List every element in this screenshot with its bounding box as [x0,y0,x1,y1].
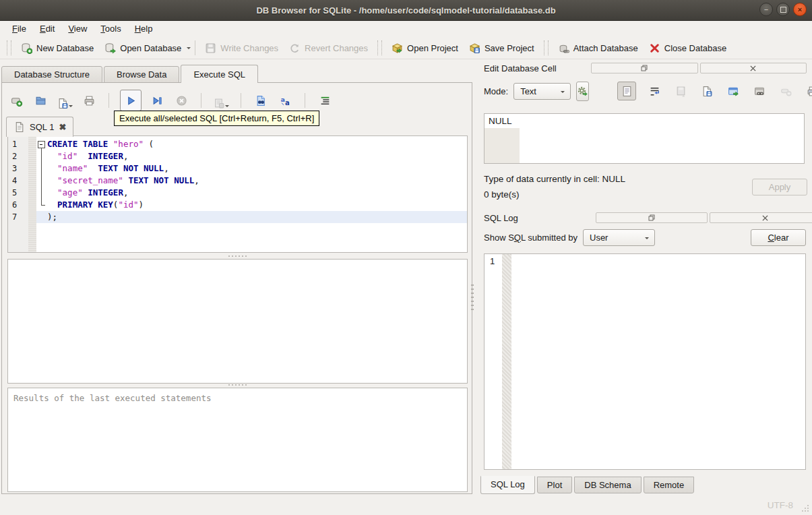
vertical-splitter[interactable] [471,283,474,310]
close-button[interactable]: × [793,3,807,16]
log-filter-label: Show SQL submitted by [484,233,577,243]
results-placeholder: Results of the last executed statements [8,388,467,408]
splitter-handle[interactable] [7,253,468,258]
titlebar[interactable]: DB Browser for SQLite - /home/user/code/… [0,0,812,21]
statusbar: UTF-8 [0,495,812,515]
open-tab-button[interactable] [7,92,25,109]
save-as-button[interactable] [699,83,715,99]
save-sql-dropdown[interactable] [69,105,73,109]
revert-changes-icon [289,42,301,54]
sql-editor-toolbar: aa [7,88,334,113]
sql-log-controls: Show SQL submitted by User Clear [484,229,806,246]
export-data-button[interactable] [725,83,741,99]
right-dock: Edit Database Cell Mode: Text [475,61,812,495]
sql-document-tab[interactable]: SQL 1 ✖ [6,117,73,137]
open-external-button[interactable] [751,83,768,99]
code-line[interactable]: 4 "secret_name" TEXT NOT NULL, [8,175,467,187]
apply-button[interactable]: Apply [752,179,807,195]
edit-cell-dock-header: Edit Database Cell [475,61,812,75]
toggle-indent-button[interactable] [316,92,334,109]
auto-switch-mode-button[interactable] [576,82,589,101]
tab-execute-sql[interactable]: Execute SQL [181,65,258,83]
auto-format-button[interactable]: aa [276,92,294,109]
print-cell-button[interactable] [804,83,812,99]
execute-current-line-button[interactable] [148,92,166,109]
save-project-button[interactable]: Save Project [464,40,540,57]
code-line[interactable]: 2 "id" INTEGER, [8,150,467,162]
code-line[interactable]: 5 "age" INTEGER, [8,187,467,199]
save-project-icon [469,42,480,54]
stop-icon [176,95,187,107]
import-file-button[interactable] [673,83,689,99]
menubar: File Edit View Tools Help [0,20,812,37]
float-dock-button[interactable] [596,212,707,223]
set-null-button[interactable] [778,83,794,99]
code-line[interactable]: 3 "name" TEXT NOT NULL, [8,162,467,175]
open-database-dropdown[interactable] [187,47,191,51]
code-line[interactable]: 1CREATE TABLE "hero" ( [8,138,467,150]
stop-button[interactable] [173,92,190,109]
toolbar-drag-handle[interactable] [544,40,549,55]
save-results-dropdown[interactable] [225,105,229,109]
toolbar-separator [305,93,305,108]
menu-tools[interactable]: Tools [94,22,127,36]
tab-database-structure[interactable]: Database Structure [1,66,102,83]
minimize-button[interactable]: − [759,3,773,16]
code-line[interactable]: 6 PRIMARY KEY("id") [8,199,467,211]
mode-select[interactable]: Text [513,83,571,100]
print-button[interactable] [80,92,98,109]
find-replace-icon [255,95,267,107]
new-database-icon [21,42,32,54]
text-mode-button[interactable] [617,82,636,100]
results-grid-pane[interactable] [7,259,468,384]
menu-view[interactable]: View [61,22,94,36]
open-sql-file-button[interactable] [32,92,49,109]
attach-database-icon [558,42,569,54]
edit-cell-toolbar: Mode: Text [484,81,812,101]
sql-document-icon [13,121,25,133]
word-wrap-button[interactable] [646,83,662,99]
menu-help[interactable]: Help [128,22,160,36]
execute-tooltip: Execute all/selected SQL [Ctrl+Return, F… [114,111,319,126]
sql-code-editor[interactable]: 1CREATE TABLE "hero" (2 "id" INTEGER,3 "… [7,135,468,253]
save-results-button[interactable] [212,92,230,109]
toolbar-drag-handle[interactable] [377,40,382,55]
open-database-button[interactable]: Open Database [99,40,187,57]
save-sql-file-button[interactable] [56,92,73,109]
splitter-handle[interactable] [7,382,468,387]
open-project-button[interactable]: Open Project [386,40,464,57]
open-project-icon [392,42,403,54]
menu-edit[interactable]: Edit [33,22,61,36]
revert-changes-button[interactable]: Revert Changes [284,40,373,57]
close-database-icon [649,42,660,54]
log-filter-select[interactable]: User [583,229,655,246]
main-toolbar: New Database Open Database Write Changes… [0,37,812,59]
save-sql-file-icon [57,98,69,109]
close-sql-tab-icon[interactable]: ✖ [59,122,66,132]
menu-file[interactable]: File [5,22,33,36]
resize-grip[interactable] [801,504,809,512]
maximize-button[interactable] [776,3,790,16]
clear-log-button[interactable]: Clear [751,229,806,246]
tab-db-schema[interactable]: DB Schema [574,477,641,493]
tab-sql-log[interactable]: SQL Log [480,476,535,494]
toolbar-drag-handle[interactable] [7,40,11,55]
float-dock-button[interactable] [591,63,697,73]
tab-browse-data[interactable]: Browse Data [104,66,179,83]
sql-log-view[interactable]: 1 [484,253,806,470]
attach-database-button[interactable]: Attach Database [553,40,644,57]
cell-editor[interactable]: NULL [484,113,805,164]
write-changes-button[interactable]: Write Changes [199,40,284,57]
new-database-button[interactable]: New Database [15,40,99,57]
close-database-button[interactable]: Close Database [644,40,732,57]
results-message-pane[interactable]: Results of the last executed statements [7,388,468,492]
tab-remote[interactable]: Remote [644,477,695,493]
tab-plot[interactable]: Plot [537,477,572,493]
find-replace-button[interactable] [252,92,270,109]
log-line-gutter [485,254,502,469]
execute-all-button[interactable] [120,90,142,111]
code-line[interactable]: 7); [8,211,467,223]
set-null-icon [780,86,792,97]
close-dock-button[interactable] [700,63,807,73]
close-dock-button[interactable] [710,212,812,223]
